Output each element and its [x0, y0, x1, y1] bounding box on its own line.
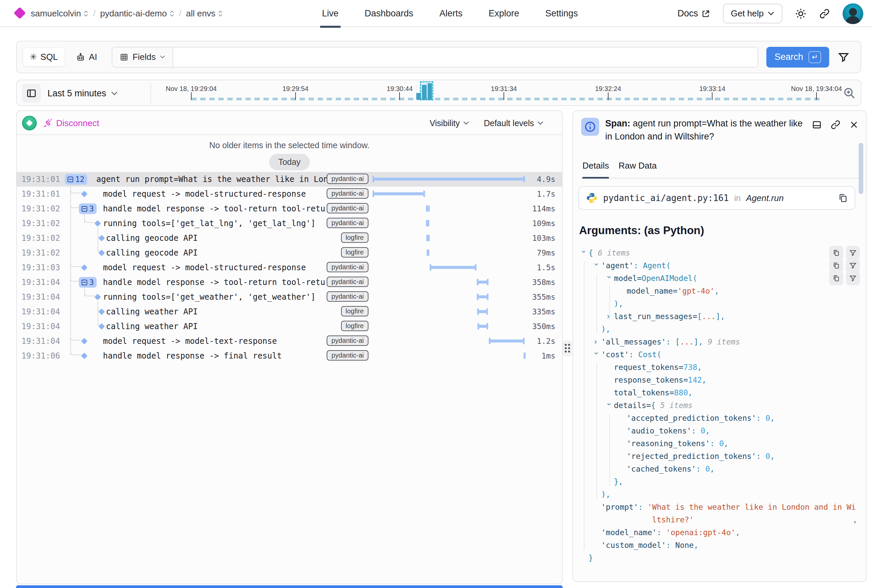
collapse-badge[interactable]: 12 — [65, 174, 87, 184]
collapse-chevron-icon[interactable]: › — [603, 274, 616, 283]
duration-label: 335ms — [518, 308, 555, 316]
scope-tag[interactable]: logfire — [341, 306, 369, 316]
trace-row[interactable]: 19:31:04calling weather APIlogfire335ms — [17, 304, 562, 319]
code-text: request_tokens=738, — [614, 361, 702, 374]
collapse-chevron-icon[interactable]: › — [603, 402, 616, 410]
collapse-chevron-icon[interactable]: › — [577, 249, 590, 257]
trace-row[interactable]: 19:31:06handle model response -> final r… — [17, 348, 562, 363]
code-text: 'reasoning_tokens': 0, — [626, 437, 728, 450]
user-avatar[interactable] — [843, 3, 863, 24]
copy-button[interactable] — [829, 258, 843, 273]
scope-tag[interactable]: pydantic-ai — [327, 203, 369, 213]
nav-alerts[interactable]: Alerts — [439, 0, 462, 27]
histogram-bar[interactable] — [416, 93, 421, 100]
source-location[interactable]: pydantic_ai/agent.py:161 in Agent.run — [578, 186, 855, 210]
get-help-button[interactable]: Get help — [723, 4, 782, 23]
panel-resize-handle[interactable] — [563, 340, 572, 356]
breadcrumb-org[interactable]: samuelcolvin — [31, 8, 88, 19]
collapse-chevron-icon[interactable]: › — [590, 262, 603, 270]
scope-tag[interactable]: logfire — [341, 232, 369, 243]
nav-dashboards[interactable]: Dashboards — [365, 0, 414, 27]
span-label: running tools=['get_weather', 'get_weath… — [103, 292, 328, 302]
logfire-logo-icon[interactable] — [14, 7, 26, 20]
collapse-badge[interactable]: 3 — [79, 203, 97, 214]
expand-chevron-icon[interactable]: › — [606, 310, 614, 323]
time-range-dropdown[interactable]: Last 5 minutes — [48, 80, 118, 107]
docs-link[interactable]: Docs — [677, 8, 710, 19]
scope-tag[interactable]: pydantic-ai — [327, 336, 369, 346]
trace-row[interactable]: 19:31:04model request -> model-text-resp… — [17, 334, 562, 348]
code-text: ), — [601, 323, 611, 336]
expand-chevron-icon[interactable]: › — [593, 336, 601, 348]
trace-row[interactable]: 19:31:02running tools=['get_lat_lng', 'g… — [17, 216, 562, 231]
fields-dropdown-button[interactable]: Fields — [112, 48, 173, 67]
trace-row[interactable]: 19:31:04running tools=['get_weather', 'g… — [17, 290, 562, 304]
timeline-track[interactable]: Nov 18, 19:29:0419:29:5419:30:4419:31:34… — [191, 80, 817, 107]
tab-raw-data[interactable]: Raw Data — [619, 160, 657, 177]
copy-button[interactable] — [829, 271, 843, 285]
scope-tag[interactable]: pydantic-ai — [327, 262, 369, 272]
load-more-strip[interactable] — [16, 585, 563, 588]
code-token: , — [688, 388, 693, 397]
close-panel-button[interactable] — [849, 120, 859, 130]
search-query-input[interactable] — [173, 48, 758, 67]
trace-row[interactable]: 19:31:04calling weather APIlogfire350ms — [17, 319, 562, 334]
filter-button[interactable] — [846, 246, 860, 260]
collapse-chevron-icon[interactable]: › — [590, 351, 603, 359]
today-button[interactable]: Today — [269, 154, 310, 170]
theme-toggle-button[interactable] — [795, 8, 806, 20]
copy-source-button[interactable] — [838, 193, 848, 203]
trace-row[interactable]: 19:31:03model request -> model-structure… — [17, 260, 562, 275]
filter-button[interactable] — [846, 271, 860, 285]
nav-live[interactable]: Live — [322, 0, 339, 27]
scope-tag[interactable]: pydantic-ai — [327, 218, 369, 228]
scope-tag[interactable]: logfire — [341, 321, 369, 331]
scope-tag[interactable]: pydantic-ai — [327, 188, 369, 199]
sidebar-toggle-button[interactable] — [22, 84, 41, 103]
breadcrumb-env[interactable]: all envs — [186, 8, 223, 19]
scope-tag[interactable]: pydantic-ai — [327, 350, 369, 360]
default-levels-dropdown[interactable]: Default levels — [484, 118, 543, 128]
connection-status-button[interactable] — [22, 116, 37, 130]
ai-mode-button[interactable]: AI — [70, 48, 103, 66]
code-line: ), — [577, 323, 860, 336]
share-link-button[interactable] — [819, 8, 830, 19]
trace-row[interactable]: 19:31:02calling geocode APIlogfire103ms — [17, 231, 562, 246]
scope-tag[interactable]: pydantic-ai — [327, 291, 369, 302]
filter-button[interactable] — [838, 51, 849, 63]
code-token: 142 — [688, 376, 702, 384]
duration-bar — [426, 237, 430, 240]
scope-tag[interactable]: pydantic-ai — [327, 174, 369, 184]
live-panel-header: Disconnect Visibility Default levels — [17, 111, 562, 135]
trace-row[interactable]: 19:31:01model request -> model-structure… — [17, 187, 562, 201]
histogram-bar[interactable] — [428, 83, 432, 100]
search-button[interactable]: Search ↵ — [766, 47, 829, 68]
nav-settings[interactable]: Settings — [545, 0, 578, 27]
filter-button[interactable] — [846, 258, 860, 273]
timeline-zoom-button[interactable] — [843, 86, 856, 100]
code-text: ), — [614, 297, 623, 310]
span-diamond-icon — [98, 308, 105, 315]
collapse-badge[interactable]: 3 — [79, 277, 97, 288]
sql-mode-button[interactable]: ✳ SQL — [23, 48, 65, 66]
nav-explore[interactable]: Explore — [488, 0, 519, 27]
trace-row[interactable]: 19:31:02calling geocode APIlogfire79ms — [17, 246, 562, 260]
breadcrumb-project[interactable]: pydantic-ai-demo — [100, 8, 174, 19]
code-token: ], — [716, 312, 725, 321]
duration-label: 350ms — [518, 322, 555, 331]
tab-details[interactable]: Details — [583, 160, 609, 178]
funnel-icon — [838, 51, 849, 63]
trace-row[interactable]: 19:31:0112agent run prompt=What is the w… — [17, 172, 562, 187]
code-token: 'accepted_prediction_tokens' — [626, 414, 756, 422]
histogram-bar[interactable] — [422, 85, 427, 100]
dock-panel-button[interactable] — [812, 120, 822, 130]
visibility-dropdown[interactable]: Visibility — [430, 118, 469, 128]
detail-scrollbar-thumb[interactable] — [859, 143, 863, 194]
copy-button[interactable] — [829, 246, 843, 260]
trace-row[interactable]: 19:31:023handle model response -> tool-r… — [17, 201, 562, 216]
disconnect-button[interactable]: Disconnect — [43, 111, 99, 135]
trace-row[interactable]: 19:31:043handle model response -> tool-r… — [17, 275, 562, 290]
scope-tag[interactable]: pydantic-ai — [327, 277, 369, 287]
scope-tag[interactable]: logfire — [341, 247, 369, 258]
copy-span-link-button[interactable] — [830, 120, 841, 130]
